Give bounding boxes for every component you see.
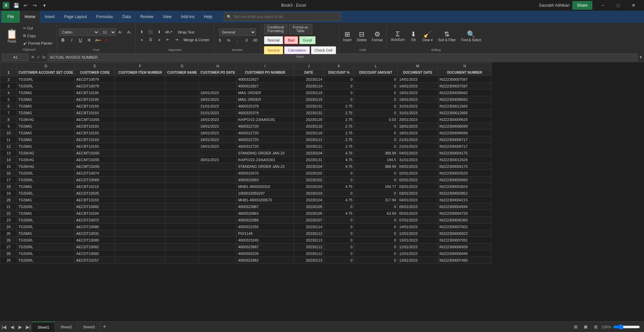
- page-layout-view-button[interactable]: ▦: [582, 324, 590, 330]
- cell-L6[interactable]: 0: [354, 103, 397, 110]
- cell-E9[interactable]: AECBT10193: [75, 123, 115, 130]
- cell-I16[interactable]: 4000322676: [236, 170, 293, 177]
- cell-J12[interactable]: 20230121: [293, 143, 324, 150]
- cell-I13[interactable]: STANDING ORDER JAN-23: [236, 150, 293, 156]
- cell-N12[interactable]: IN222300009717: [438, 143, 491, 150]
- cell-J3[interactable]: 20230114: [293, 83, 324, 89]
- cell-K29[interactable]: 0: [324, 257, 354, 264]
- cell-I14[interactable]: KH/PO/22-23/AA/5301: [236, 156, 293, 163]
- cell-K7[interactable]: 2.75: [324, 110, 354, 116]
- cell-E3[interactable]: AECDT10079: [75, 83, 115, 89]
- cell-K14[interactable]: 4.75: [324, 156, 354, 163]
- cell-J13[interactable]: 20230104: [293, 150, 324, 156]
- cell-G19[interactable]: [165, 190, 199, 197]
- cell-H20[interactable]: [199, 197, 237, 203]
- cell-N11[interactable]: IN222300009717: [438, 136, 491, 143]
- cell-K3[interactable]: 0: [324, 83, 354, 89]
- sheet-tab-3[interactable]: Sheet3: [78, 322, 101, 332]
- cell-F13[interactable]: [115, 150, 165, 156]
- header-F1[interactable]: CUSTOMER ITEM NUMBER: [115, 69, 165, 76]
- cell-F28[interactable]: [115, 250, 165, 257]
- cell-L9[interactable]: 0: [354, 123, 397, 130]
- col-header-M[interactable]: M: [397, 63, 438, 69]
- cell-M4[interactable]: 19/01/2023: [397, 89, 438, 96]
- cell-J22[interactable]: 20230105: [293, 210, 324, 217]
- add-sheet-button[interactable]: +: [101, 323, 109, 331]
- cell-G14[interactable]: [165, 156, 199, 163]
- cell-M6[interactable]: 31/01/2023: [397, 103, 438, 110]
- cell-D28[interactable]: TGSSRL: [17, 250, 75, 257]
- font-color-button[interactable]: A: [103, 37, 111, 44]
- cancel-formula-icon[interactable]: ✕: [31, 55, 35, 60]
- cell-L12[interactable]: 0: [354, 143, 397, 150]
- sheet-nav-prev[interactable]: ◀: [8, 323, 16, 331]
- cell-N27[interactable]: IN222300006939: [438, 244, 491, 250]
- cell-L16[interactable]: 0: [354, 170, 397, 177]
- cell-F27[interactable]: [115, 244, 165, 250]
- cell-K24[interactable]: 0: [324, 223, 354, 230]
- cell-L29[interactable]: 0: [354, 257, 397, 264]
- cell-F25[interactable]: [115, 230, 165, 237]
- cell-G2[interactable]: [165, 76, 199, 83]
- cell-N5[interactable]: IN222300008942: [438, 96, 491, 103]
- cell-G15[interactable]: [165, 163, 199, 170]
- cell-K23[interactable]: 0: [324, 217, 354, 223]
- autosum-button[interactable]: Σ AutoSum: [389, 25, 407, 47]
- cell-D17[interactable]: TGSSRL: [17, 177, 75, 183]
- col-header-E[interactable]: E: [75, 63, 115, 69]
- cell-H17[interactable]: [199, 177, 237, 183]
- align-left-button[interactable]: ≡: [138, 37, 146, 43]
- style-good-button[interactable]: Good: [299, 36, 316, 44]
- wrap-text-button[interactable]: Wrap Text: [174, 29, 198, 36]
- cell-J9[interactable]: 20230118: [293, 123, 324, 130]
- cell-F6[interactable]: [115, 103, 165, 110]
- cell-N19[interactable]: IN222300003852: [438, 190, 491, 197]
- align-center-button[interactable]: ☰: [147, 37, 155, 43]
- cell-F8[interactable]: [115, 116, 165, 123]
- cell-J10[interactable]: 20230118: [293, 130, 324, 136]
- sheet-nav-next[interactable]: ▶: [16, 323, 24, 331]
- font-size-select[interactable]: 11: [100, 28, 116, 36]
- cell-D7[interactable]: TGSMG: [17, 110, 75, 116]
- cell-N14[interactable]: IN222300012626: [438, 156, 491, 163]
- cell-K15[interactable]: 4.75: [324, 163, 354, 170]
- cell-D23[interactable]: TGSSRL: [17, 217, 75, 223]
- col-header-I[interactable]: I: [236, 63, 293, 69]
- cell-J4[interactable]: 20230119: [293, 89, 324, 96]
- cell-M8[interactable]: 20/01/2023: [397, 116, 438, 123]
- cell-K16[interactable]: 0: [324, 170, 354, 177]
- page-break-view-button[interactable]: ▥: [592, 324, 600, 330]
- cell-M18[interactable]: 03/01/2023: [397, 183, 438, 190]
- cell-I22[interactable]: 4600320863: [236, 210, 293, 217]
- cell-K18[interactable]: 4.75: [324, 183, 354, 190]
- cell-H28[interactable]: [199, 250, 237, 257]
- cell-F26[interactable]: [115, 237, 165, 244]
- cell-J19[interactable]: 20230103: [293, 190, 324, 197]
- cell-F7[interactable]: [115, 110, 165, 116]
- cell-I28[interactable]: 4000303239: [236, 250, 293, 257]
- cell-L4[interactable]: 0: [354, 89, 397, 96]
- col-header-L[interactable]: L: [354, 63, 397, 69]
- col-header-J[interactable]: J: [293, 63, 324, 69]
- cell-N22[interactable]: IN222300004720: [438, 210, 491, 217]
- formula-input[interactable]: [48, 54, 638, 61]
- orientation-button[interactable]: ab↗: [164, 29, 174, 36]
- header-L1[interactable]: DISCOUNT AMOUNT: [354, 69, 397, 76]
- style-neutral-button[interactable]: Neutral: [264, 46, 283, 54]
- cell-N24[interactable]: IN222300007602: [438, 223, 491, 230]
- cell-K19[interactable]: 0: [324, 190, 354, 197]
- cell-H4[interactable]: 18/01/2023: [199, 89, 237, 96]
- cell-E27[interactable]: AECDT10082: [75, 244, 115, 250]
- cell-I15[interactable]: STANDING ORDER JAN-23: [236, 163, 293, 170]
- style-check-cell-button[interactable]: Check Cell: [311, 46, 336, 54]
- cell-J26[interactable]: 20230113: [293, 237, 324, 244]
- cell-F14[interactable]: [115, 156, 165, 163]
- cell-E28[interactable]: AECDT10082: [75, 250, 115, 257]
- cell-H3[interactable]: [199, 83, 237, 89]
- cell-J7[interactable]: 20230131: [293, 110, 324, 116]
- tab-pagelayout[interactable]: Page Layout: [59, 11, 91, 23]
- cell-L18[interactable]: 190.77: [354, 183, 397, 190]
- cell-G17[interactable]: [165, 177, 199, 183]
- cell-M5[interactable]: 19/01/2023: [397, 96, 438, 103]
- col-header-N[interactable]: N: [438, 63, 491, 69]
